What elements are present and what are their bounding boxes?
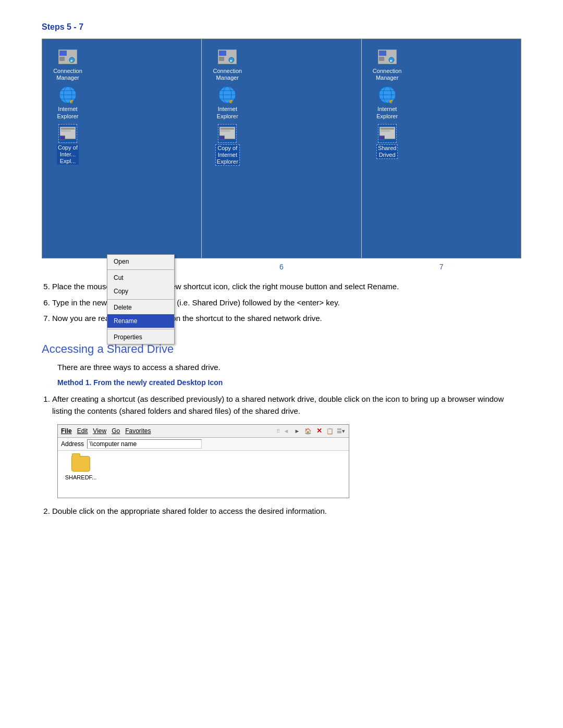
desktop-icon-cm-6: e ConnectionManager <box>209 47 246 81</box>
browser-addressbar: Address <box>58 438 349 451</box>
cm-icon: e <box>58 47 77 66</box>
svg-rect-29 <box>219 135 224 140</box>
svg-text:e: e <box>229 98 232 104</box>
browser-toolbar: ⠿ ◄ ► 🏠 ✕ 📋 ☰▾ <box>276 426 346 436</box>
steps-label: Steps 5 - 7 <box>42 21 521 33</box>
svg-rect-12 <box>61 128 75 129</box>
folder-label: SHAREDF... <box>65 473 97 482</box>
section-numbered-list-2: Double click on the appropriate shared f… <box>52 505 521 517</box>
cm-icon-7: e <box>378 47 397 66</box>
btn-home[interactable]: 🏠 <box>303 426 313 436</box>
menu-edit[interactable]: Edit <box>77 426 88 436</box>
ie-label-5: InternetExplorer <box>57 106 79 119</box>
svg-rect-32 <box>379 57 384 61</box>
shortcut-label-6: Copy ofInternetExplorer <box>215 144 240 166</box>
cm-label-7: ConnectionManager <box>373 68 402 81</box>
svg-text:e: e <box>390 58 393 63</box>
browser-window: File Edit View Go Favorites ⠿ ◄ ► 🏠 ✕ 📋 … <box>57 424 349 498</box>
btn-forward[interactable]: ► <box>292 426 302 436</box>
ie-icon: e <box>58 85 77 104</box>
section-numbered-list: After creating a shortcut (as described … <box>52 393 521 417</box>
context-menu: Open Cut Copy Delete Rename Properties <box>107 254 175 344</box>
svg-rect-44 <box>380 135 384 140</box>
svg-rect-1 <box>59 51 67 56</box>
menu-view[interactable]: View <box>93 426 106 436</box>
context-menu-delete[interactable]: Delete <box>107 301 174 314</box>
svg-text:e: e <box>70 58 73 63</box>
context-menu-open[interactable]: Open <box>107 255 174 268</box>
desktop-icon-cm-7: e ConnectionManager <box>369 47 406 81</box>
desktop-icon-shortcut-7: SharedDrived <box>369 124 406 159</box>
desktop-icon-ie-7: e InternetExplorer <box>369 85 406 119</box>
shortcut-label-5: Copy ofInter...Expl... <box>57 144 79 165</box>
screenshot-panel-6: e ConnectionManager e InternetExplorer <box>202 39 361 258</box>
svg-text:e: e <box>230 58 232 63</box>
context-menu-copy[interactable]: Copy <box>107 285 174 298</box>
desktop-icon-shortcut-5: Copy ofInter...Expl... <box>50 124 86 165</box>
cm-label-6: ConnectionManager <box>213 68 242 81</box>
section-item-1: After creating a shortcut (as described … <box>52 393 521 417</box>
context-menu-cut[interactable]: Cut <box>107 271 174 285</box>
browser-menubar: File Edit View Go Favorites ⠿ ◄ ► 🏠 ✕ 📋 … <box>58 425 349 438</box>
folder-icon-wrap: SHAREDF... <box>65 456 96 482</box>
svg-rect-28 <box>221 130 230 131</box>
svg-rect-42 <box>381 128 394 129</box>
shortcut-icon-5 <box>58 124 77 143</box>
svg-text:e: e <box>70 98 73 104</box>
browser-content: SHAREDF... <box>58 451 349 498</box>
screenshots-row: e ConnectionManager e InternetExplorer <box>42 39 521 258</box>
step-num-6: 6 <box>279 262 284 273</box>
cm-icon-6: e <box>218 47 237 66</box>
btn-refresh[interactable]: 📋 <box>325 426 335 436</box>
ie-icon-7: e <box>378 85 397 104</box>
context-menu-rename[interactable]: Rename <box>107 314 174 328</box>
svg-rect-16 <box>219 51 226 56</box>
dotted-sep: ⠿ <box>276 427 280 435</box>
svg-rect-13 <box>61 130 71 131</box>
menu-file[interactable]: File <box>61 426 72 436</box>
shortcut-label-7: SharedDrived <box>376 144 398 159</box>
btn-menu[interactable]: ☰▾ <box>336 426 346 436</box>
address-label: Address <box>61 439 84 449</box>
shortcut-icon-7 <box>378 124 397 143</box>
svg-rect-14 <box>60 135 65 140</box>
svg-rect-43 <box>381 130 390 131</box>
menu-go[interactable]: Go <box>112 426 120 436</box>
svg-rect-17 <box>219 57 224 61</box>
ie-icon-6: e <box>218 85 237 104</box>
context-menu-properties[interactable]: Properties <box>107 330 174 344</box>
section-intro: There are three ways to access a shared … <box>57 362 521 374</box>
desktop-icon-ie-6: e InternetExplorer <box>209 85 246 119</box>
svg-text:e: e <box>389 98 393 104</box>
ie-label-7: InternetExplorer <box>376 106 398 119</box>
svg-rect-2 <box>59 57 65 61</box>
screenshot-panel-7: e ConnectionManager e InternetExplorer <box>362 39 521 258</box>
step-num-7: 7 <box>439 262 444 273</box>
method-label: Method 1. From the newly created Desktop… <box>57 377 521 388</box>
address-input[interactable] <box>87 439 202 449</box>
folder-icon[interactable] <box>71 456 90 472</box>
svg-rect-27 <box>221 128 234 129</box>
btn-stop[interactable]: ✕ <box>314 426 324 436</box>
shortcut-icon-6 <box>218 124 237 143</box>
section-item-2: Double click on the appropriate shared f… <box>52 505 521 517</box>
desktop-icon-cm-5: e ConnectionManager <box>50 47 86 81</box>
ie-label-6: InternetExplorer <box>217 106 238 119</box>
desktop-icon-ie-5: e InternetExplorer <box>50 85 86 119</box>
cm-label-5: ConnectionManager <box>53 68 82 81</box>
menu-favorites[interactable]: Favorites <box>125 426 151 436</box>
desktop-icon-shortcut-6: Copy ofInternetExplorer <box>209 124 246 166</box>
svg-rect-31 <box>379 51 386 56</box>
btn-back[interactable]: ◄ <box>282 426 291 436</box>
screenshot-panel-5: e ConnectionManager e InternetExplorer <box>42 39 202 258</box>
